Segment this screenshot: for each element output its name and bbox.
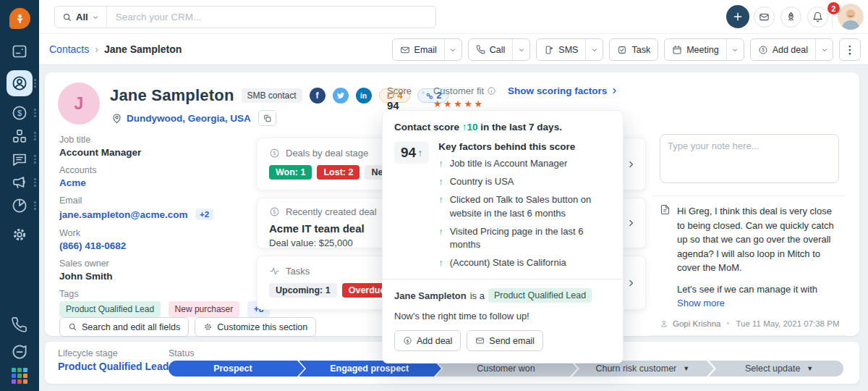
call-dropdown-button[interactable]: [512, 39, 529, 60]
copy-icon[interactable]: [258, 110, 276, 126]
tag-pill[interactable]: Product Qualified Lead: [59, 301, 161, 317]
show-scoring-factors-link[interactable]: Show scoring factors: [508, 85, 618, 96]
phone-icon: [476, 45, 485, 54]
chevron-right-icon[interactable]: [626, 159, 636, 169]
popup-send-email-button[interactable]: Send email: [467, 330, 543, 351]
contact-type-badge: SMB contact: [242, 88, 302, 103]
card-title: Deals by deal stage: [286, 148, 368, 159]
phone-icon[interactable]: [11, 316, 28, 334]
search-edit-fields-button[interactable]: Search and edit all fields: [59, 317, 189, 337]
whats-new-rocket-icon[interactable]: [780, 7, 801, 28]
popup-add-deal-button[interactable]: $ Add deal: [394, 330, 461, 351]
accounts-value[interactable]: Acme: [59, 177, 253, 188]
lost-badge: Lost: 2: [317, 165, 359, 180]
work-phone-label: Work: [59, 228, 253, 238]
chevron-right-icon[interactable]: [626, 278, 636, 287]
email-button[interactable]: Email: [393, 39, 444, 60]
app-logo-icon[interactable]: [9, 8, 30, 29]
deals-menu-icon[interactable]: [34, 109, 37, 117]
email-dropdown-button[interactable]: [444, 39, 461, 60]
campaigns-menu-icon[interactable]: [34, 178, 37, 187]
customize-section-button[interactable]: Customize this section: [195, 317, 316, 337]
analytics-menu-icon[interactable]: [34, 201, 37, 210]
popup-title: Contact score ↑10 in the last 7 days.: [394, 122, 611, 133]
info-icon[interactable]: [487, 86, 496, 96]
score-factor: ↑Job title is Account Manager: [438, 157, 611, 170]
search-input[interactable]: [107, 12, 435, 22]
show-more-link[interactable]: Show more: [677, 298, 725, 308]
job-title-label: Job title: [59, 135, 253, 145]
email-value[interactable]: jane.sampleton@acme.com: [59, 209, 187, 220]
search-icon: [62, 12, 72, 22]
email-inbox-icon[interactable]: [754, 7, 775, 28]
up-arrow-icon: ↑: [438, 175, 443, 188]
lifecycle-stage-dropdown[interactable]: Product Qualified Lead▼: [58, 361, 179, 372]
products-menu-icon[interactable]: [34, 132, 37, 140]
call-button[interactable]: Call: [469, 39, 513, 60]
score-factor: ↑Visited Pricing page in the last 6 mont…: [438, 225, 611, 251]
lead-name: Jane Sampleton: [394, 290, 467, 301]
email-label: Email: [59, 196, 253, 206]
dashboard-icon[interactable]: [11, 43, 28, 60]
work-phone-value[interactable]: (866) 418-0682: [59, 240, 253, 251]
dollar-circle-icon: $: [758, 45, 768, 55]
contact-location[interactable]: Dundywood, Georgia, USA: [127, 113, 251, 124]
up-arrow-icon: ↑: [438, 193, 443, 219]
svg-text:$: $: [762, 47, 765, 52]
note-body: Hi Greg, I think this deal is very close…: [677, 204, 841, 275]
add-deal-button[interactable]: $ Add deal: [751, 39, 815, 60]
add-deal-dropdown-button[interactable]: [815, 39, 833, 60]
chevron-right-icon: ›: [95, 43, 98, 55]
stage-select-update[interactable]: Select update▼: [709, 361, 843, 377]
products-icon[interactable]: [11, 127, 28, 145]
analytics-icon[interactable]: [11, 197, 28, 214]
campaigns-icon[interactable]: [11, 174, 28, 191]
linkedin-icon[interactable]: in: [356, 88, 372, 104]
task-button[interactable]: Task: [610, 39, 658, 60]
deals-icon[interactable]: $: [11, 104, 28, 122]
twitter-icon[interactable]: [333, 88, 349, 104]
tags-label: Tags: [59, 289, 253, 299]
up-arrow-icon: ↑: [438, 157, 443, 170]
followup-hint: Now's the right time to follow up!: [394, 311, 611, 321]
stage-prospect[interactable]: Prospect: [169, 361, 297, 377]
chevron-right-icon[interactable]: [626, 219, 636, 228]
contacts-menu-icon[interactable]: [34, 79, 37, 88]
apps-grid-icon[interactable]: [12, 368, 27, 384]
notes-panel: Hi Greg, I think this deal is very close…: [651, 134, 846, 354]
user-avatar[interactable]: [838, 4, 864, 30]
customer-fit-label: Customer fit: [433, 85, 496, 96]
email-more-badge[interactable]: +2: [195, 209, 213, 220]
main-area: All 2 Contacts › Jane Sampleton: [39, 0, 868, 391]
facebook-icon[interactable]: f: [310, 88, 326, 104]
divider: [383, 279, 623, 279]
breadcrumb-current: Jane Sampleton: [104, 43, 182, 55]
contacts-icon[interactable]: [7, 70, 33, 96]
more-actions-kebab-icon[interactable]: ⋮: [839, 38, 861, 61]
score-block: Score 94 Customer fit ★★★★★ Show scoring…: [387, 85, 618, 112]
contact-score-popup: Contact score ↑10 in the last 7 days. 94…: [382, 110, 624, 363]
global-search[interactable]: All: [54, 6, 436, 28]
notifications-bell-icon[interactable]: [807, 7, 828, 28]
note-input[interactable]: [660, 134, 839, 183]
tag-pill[interactable]: New purchaser: [169, 301, 240, 317]
meeting-button[interactable]: Meeting: [665, 39, 726, 60]
quick-add-button[interactable]: [726, 5, 749, 28]
sms-button[interactable]: SMS: [537, 39, 585, 60]
search-scope-dropdown[interactable]: All: [55, 7, 107, 28]
up-arrow-icon: ↑: [438, 256, 443, 269]
sms-dropdown-button[interactable]: [585, 39, 603, 60]
contact-summary-card: J Jane Sampleton SMB contact f in 4 2 Du…: [45, 72, 859, 336]
note-item[interactable]: Hi Greg, I think this deal is very close…: [651, 196, 846, 311]
note-byline: Gopi Krishna Tue 11 May, 2021 07:38 PM: [660, 319, 846, 328]
meeting-dropdown-button[interactable]: [726, 39, 744, 60]
settings-icon[interactable]: [11, 226, 28, 243]
breadcrumb-contacts-link[interactable]: Contacts: [49, 43, 89, 55]
chat-icon[interactable]: [11, 343, 28, 361]
conversations-icon[interactable]: [11, 151, 28, 168]
contact-fields: Job title Account Manager Accounts Acme …: [59, 135, 253, 324]
note-author: Gopi Krishna: [673, 319, 720, 328]
calendar-icon: [672, 45, 682, 55]
conversations-menu-icon[interactable]: [34, 155, 37, 164]
dot-separator: [422, 91, 425, 94]
